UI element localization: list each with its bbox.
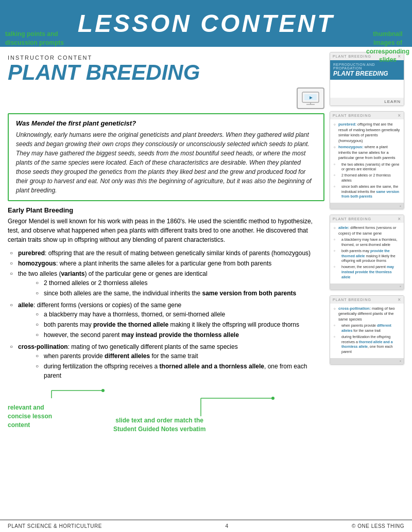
content-wrapper: INSTRUCTOR CONTENT PLANT BREEDING ▶ Was … (0, 47, 412, 388)
list-item: cross-pollination: mating of two genetic… (8, 342, 324, 380)
list-item: purebred: offspring that are the result … (333, 122, 401, 144)
section-heading: Early Plant Breeding (8, 206, 324, 214)
card-image: ▪ (330, 358, 404, 364)
sub-bullet-list: a blackberry may have a thornless, thorn… (18, 310, 324, 340)
list-item: cross-pollination: mating of two genetic… (333, 306, 401, 323)
list-item: the two alleles (variants) of the gene o… (333, 162, 401, 172)
main-content: INSTRUCTOR CONTENT PLANT BREEDING ▶ Was … (8, 52, 324, 383)
slide-icon: ▶ (297, 87, 324, 109)
page-title: PLANT BREEDING (8, 62, 324, 83)
list-item: however, the second parent may instead p… (33, 330, 324, 340)
list-item: since both alleles are the same, the ind… (33, 289, 324, 298)
card-image: ▪ (330, 203, 404, 209)
svg-point-7 (101, 389, 105, 392)
close-icon[interactable]: × (398, 297, 401, 303)
list-item: allele: different forms (versions or cop… (8, 300, 324, 340)
top-left-annotation: talking points and discussion prompts (5, 30, 64, 47)
top-right-annotation: thumbnail images of corresponding slides (366, 30, 409, 64)
page: LESSON CONTENT talking points and discus… (0, 0, 412, 532)
list-item: however, the second parent may instead p… (333, 264, 401, 279)
footer-page-number: 4 (225, 523, 228, 529)
close-icon[interactable]: × (398, 216, 401, 222)
footer-right: © ONE LESS THING (352, 523, 404, 529)
card-content: cross-pollination: mating of two genetic… (330, 304, 404, 358)
card-header: PLANT BREEDING × (330, 215, 404, 223)
list-item: both parents may provide the thorned all… (33, 320, 324, 329)
list-item: 2 thorned alleles or 2 thornless alleles (333, 173, 401, 183)
term: cross-pollination (18, 343, 68, 350)
svg-point-10 (271, 397, 274, 400)
question-text: Was Mendel the first plant geneticist? (16, 119, 316, 127)
list-item: purebred: offspring that are the result … (8, 249, 324, 258)
presentation-icon: ▶ (301, 91, 320, 105)
footer-left: PLANT SCIENCE & HORTICULTURE (8, 523, 102, 529)
annotation-relevant: relevant and concise lesson content (8, 403, 52, 429)
slide-icon-area: ▶ (8, 87, 324, 109)
list-item: homozygous: where a plant inherits the s… (8, 259, 324, 268)
list-item: a blackberry may have a thornless, thorn… (33, 310, 324, 319)
list-item: during fertilization the offspring recei… (33, 362, 324, 380)
list-item: the two alleles (variants) of the partic… (8, 269, 324, 298)
card-content: allele: different forms (versions or cop… (330, 223, 404, 283)
header-title: LESSON CONTENT (10, 9, 402, 38)
term: homozygous (18, 260, 56, 267)
close-icon[interactable]: × (398, 113, 401, 118)
card-title: PLANT BREEDING (333, 70, 401, 77)
list-item: when parents provide different alleles f… (333, 323, 401, 333)
list-item: both parents may provide the thorned all… (333, 249, 401, 263)
question-box: Was Mendel the first plant geneticist? U… (8, 113, 324, 201)
annotation-slide-text: slide text and order match the Student G… (113, 416, 205, 434)
slide-card-3: PLANT BREEDING × allele: different forms… (330, 215, 404, 290)
list-item: 2 thorned alleles or 2 thornless alleles (33, 278, 324, 288)
card-body (330, 80, 404, 98)
sidebar: PLANT BREEDING × REPRODUCTION AND PROPAG… (330, 52, 404, 383)
term: purebred (18, 250, 45, 257)
main-bullet-list: purebred: offspring that are the result … (8, 249, 324, 380)
list-item: during fertilization the offspring recei… (333, 334, 401, 354)
sub-bullet-list: 2 thorned alleles or 2 thornless alleles… (18, 278, 324, 298)
annotation-lines (0, 388, 412, 439)
section-intro: Gregor Mendel is well known for his work… (8, 217, 324, 244)
slide-card-4: PLANT BREEDING × cross-pollination: mati… (330, 295, 404, 365)
card-image: ▪ (330, 283, 404, 290)
slide-card-2: PLANT BREEDING × purebred: offspring tha… (330, 111, 404, 209)
bottom-annotations: relevant and concise lesson content slid… (0, 388, 412, 439)
term: allele (18, 302, 33, 309)
list-item: a blackberry may have a thornless, thorn… (333, 237, 401, 247)
list-item: when parents provide different alleles f… (33, 351, 324, 361)
card-footer: LEARN (330, 98, 404, 105)
sub-bullet-list: when parents provide different alleles f… (18, 351, 324, 380)
answer-text: Unknowingly, early humans were the origi… (16, 130, 316, 195)
card-content: purebred: offspring that are the result … (330, 119, 404, 203)
list-item: allele: different forms (versions or cop… (333, 225, 401, 236)
card-header: PLANT BREEDING × (330, 296, 404, 304)
list-item: homozygous: where a plant inherits the s… (333, 145, 401, 161)
page-footer: PLANT SCIENCE & HORTICULTURE 4 © ONE LES… (0, 520, 412, 532)
card-header: PLANT BREEDING × (330, 112, 404, 119)
list-item: since both alleles are the same, the ind… (333, 184, 401, 199)
